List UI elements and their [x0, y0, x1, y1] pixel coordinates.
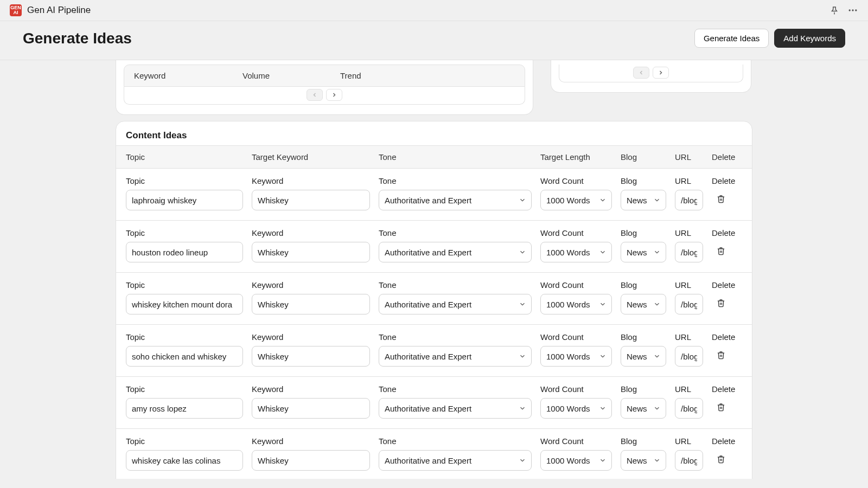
generate-ideas-button[interactable]: Generate Ideas [694, 29, 769, 48]
keywords-next-button[interactable] [326, 89, 342, 101]
blog-select[interactable] [621, 242, 666, 262]
blog-label: Blog [621, 176, 666, 185]
url-label: URL [675, 228, 703, 237]
col-blog: Blog [621, 152, 675, 162]
more-icon[interactable] [847, 5, 858, 16]
delete-button[interactable] [715, 401, 727, 413]
keyword-label: Keyword [252, 176, 370, 185]
word-count-label: Word Count [540, 384, 612, 394]
word-count-label: Word Count [540, 332, 612, 342]
tone-select[interactable] [379, 450, 532, 471]
tone-label: Tone [379, 332, 532, 342]
add-keywords-button[interactable]: Add Keywords [774, 29, 845, 48]
topic-input[interactable] [126, 398, 243, 419]
keywords-col-keyword: Keyword [134, 71, 221, 80]
keywords-prev-button[interactable] [307, 89, 323, 101]
content-ideas-title: Content Ideas [116, 121, 752, 145]
side-card [551, 60, 751, 93]
delete-label: Delete [712, 436, 735, 446]
keywords-pager [124, 87, 525, 105]
word-count-select[interactable] [540, 450, 612, 471]
blog-select[interactable] [621, 346, 666, 367]
tone-select[interactable] [379, 190, 532, 210]
word-count-select[interactable] [540, 294, 612, 314]
tone-label: Tone [379, 176, 532, 185]
keyword-input[interactable] [252, 398, 370, 419]
topic-input[interactable] [126, 242, 243, 262]
word-count-select[interactable] [540, 190, 612, 210]
url-input[interactable] [675, 398, 703, 419]
url-input[interactable] [675, 242, 703, 262]
url-label: URL [675, 384, 703, 394]
content-ideas-row: Topic Keyword Tone Word Count [116, 169, 752, 221]
keyword-input[interactable] [252, 190, 370, 210]
word-count-label: Word Count [540, 228, 612, 237]
blog-select[interactable] [621, 398, 666, 419]
keyword-label: Keyword [252, 280, 370, 290]
delete-button[interactable] [715, 193, 727, 205]
pin-icon[interactable] [829, 5, 840, 16]
word-count-label: Word Count [540, 280, 612, 290]
col-target-keyword: Target Keyword [252, 152, 379, 162]
topic-input[interactable] [126, 346, 243, 367]
content-ideas-row: Topic Keyword Tone Word Count [116, 221, 752, 273]
word-count-select[interactable] [540, 346, 612, 367]
url-label: URL [675, 436, 703, 446]
url-input[interactable] [675, 294, 703, 314]
topic-label: Topic [126, 176, 243, 185]
keyword-label: Keyword [252, 332, 370, 342]
delete-button[interactable] [715, 297, 727, 309]
word-count-label: Word Count [540, 176, 612, 185]
topic-label: Topic [126, 332, 243, 342]
keywords-card: Keyword Volume Trend [116, 60, 533, 115]
page-header: Generate Ideas Generate Ideas Add Keywor… [0, 21, 868, 60]
url-label: URL [675, 280, 703, 290]
delete-button[interactable] [715, 245, 727, 257]
col-url: URL [675, 152, 712, 162]
url-input[interactable] [675, 450, 703, 471]
svg-point-0 [849, 9, 851, 11]
svg-point-1 [852, 9, 853, 11]
topic-input[interactable] [126, 190, 243, 210]
delete-label: Delete [712, 332, 735, 342]
topic-input[interactable] [126, 294, 243, 314]
blog-label: Blog [621, 228, 666, 237]
delete-button[interactable] [715, 349, 727, 361]
topic-input[interactable] [126, 450, 243, 471]
word-count-select[interactable] [540, 398, 612, 419]
url-label: URL [675, 332, 703, 342]
delete-button[interactable] [715, 453, 727, 465]
tone-select[interactable] [379, 242, 532, 262]
keyword-input[interactable] [252, 242, 370, 262]
blog-select[interactable] [621, 450, 666, 471]
top-bar: GEN AI Gen AI Pipeline [0, 0, 868, 21]
tone-label: Tone [379, 436, 532, 446]
tone-select[interactable] [379, 346, 532, 367]
blog-select[interactable] [621, 294, 666, 314]
blog-label: Blog [621, 436, 666, 446]
col-delete: Delete [712, 152, 752, 162]
blog-label: Blog [621, 280, 666, 290]
tone-label: Tone [379, 280, 532, 290]
content-ideas-scroll[interactable]: Topic Target Keyword Tone Target Length … [116, 145, 752, 479]
trash-icon [717, 351, 725, 359]
content-ideas-header-row: Topic Target Keyword Tone Target Length … [116, 146, 752, 169]
word-count-select[interactable] [540, 242, 612, 262]
url-input[interactable] [675, 190, 703, 210]
keyword-input[interactable] [252, 346, 370, 367]
side-prev-button[interactable] [633, 67, 649, 79]
keyword-label: Keyword [252, 436, 370, 446]
keyword-label: Keyword [252, 228, 370, 237]
blog-label: Blog [621, 384, 666, 394]
tone-select[interactable] [379, 398, 532, 419]
keyword-input[interactable] [252, 450, 370, 471]
blog-select[interactable] [621, 190, 666, 210]
side-next-button[interactable] [653, 67, 669, 79]
delete-label: Delete [712, 228, 735, 237]
topic-label: Topic [126, 228, 243, 237]
url-input[interactable] [675, 346, 703, 367]
app-title: Gen AI Pipeline [27, 5, 91, 16]
tone-select[interactable] [379, 294, 532, 314]
tone-label: Tone [379, 384, 532, 394]
keyword-input[interactable] [252, 294, 370, 314]
